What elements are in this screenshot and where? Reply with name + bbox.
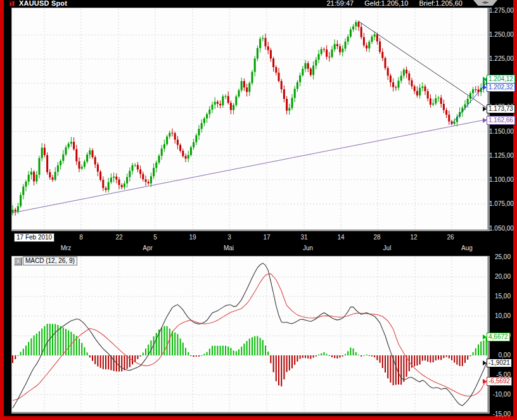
month-axis-tick: Jun bbox=[303, 245, 313, 251]
date-axis-tick: 28 bbox=[373, 234, 380, 241]
month-axis-tick: Jul bbox=[383, 245, 392, 251]
window-border-right bbox=[513, 0, 517, 420]
macd-value-marker: 4,6672 bbox=[487, 333, 510, 341]
macd-axis-tick: 25,00 bbox=[489, 253, 511, 261]
first-date-label: 17 Feb 2010 bbox=[14, 233, 54, 242]
chart-window: XAUUSD Spot 21:59:47 Geld:1.205,10 Brief… bbox=[0, 0, 517, 420]
month-axis-tick: Mai bbox=[224, 245, 234, 251]
macd-chart[interactable] bbox=[11, 256, 488, 412]
grid-layer bbox=[12, 257, 487, 411]
macd-axis-tick: -10,00 bbox=[489, 391, 511, 398]
month-axis-tick: Mrz bbox=[61, 245, 72, 251]
window-border-bottom bbox=[0, 416, 517, 420]
quote-strip: 21:59:47 Geld:1.205,10 Brief:1.205,60 bbox=[317, 0, 463, 7]
date-axis-tick: 26 bbox=[447, 234, 454, 241]
clock-time: 21:59:47 bbox=[326, 0, 354, 7]
candles bbox=[12, 20, 488, 216]
trendlines bbox=[11, 21, 488, 213]
panel-edge bbox=[11, 230, 490, 231]
macd-value-marker: -6,5692 bbox=[487, 377, 512, 386]
price-axis-tick: 1.075,00 bbox=[489, 200, 511, 208]
title-bar: XAUUSD Spot 21:59:47 Geld:1.205,10 Brief… bbox=[4, 0, 513, 8]
price-axis-tick: 1.150,00 bbox=[489, 128, 511, 136]
price-axis-tick: 1.250,00 bbox=[489, 31, 511, 39]
date-axis-tick: 5 bbox=[153, 234, 157, 241]
price-axis-tick: 1.050,00 bbox=[489, 225, 511, 232]
price-marker: 1.204,12 bbox=[487, 75, 515, 84]
panel-collapse-handle[interactable] bbox=[473, 0, 497, 6]
ask-price: Brief:1.205,60 bbox=[419, 0, 463, 7]
panel-edge bbox=[11, 412, 490, 414]
price-axis-tick: 1.275,00 bbox=[489, 7, 511, 15]
chart-icon bbox=[9, 1, 15, 6]
close-icon[interactable]: x bbox=[14, 257, 22, 265]
price-marker: 1.202,32 bbox=[487, 83, 515, 92]
month-axis-tick: Aug bbox=[461, 245, 473, 251]
date-axis-tick: 31 bbox=[300, 234, 307, 241]
price-axis-tick: 1.125,00 bbox=[489, 152, 511, 160]
symbol-title: XAUUSD Spot bbox=[19, 0, 67, 7]
price-marker: 1.173,73 bbox=[487, 105, 515, 113]
date-axis-tick: 12 bbox=[410, 234, 417, 241]
month-axis-tick: Apr bbox=[143, 245, 153, 251]
collapse-arrow-icon bbox=[482, 1, 489, 4]
price-chart-panel[interactable] bbox=[11, 8, 488, 230]
date-axis-tick: 22 bbox=[115, 234, 122, 241]
macd-value-marker: -1,9021 bbox=[487, 359, 512, 367]
date-axis-tick: 19 bbox=[189, 234, 196, 241]
price-axis-tick: 1.100,00 bbox=[489, 176, 511, 184]
date-axis-tick: 3 bbox=[227, 234, 231, 241]
long-term-support bbox=[11, 119, 488, 213]
price-marker: 1.162,66 bbox=[487, 116, 515, 125]
price-axis-tick: 1.225,00 bbox=[489, 55, 511, 63]
macd-settings-label: MACD (12, 26, 9) bbox=[23, 257, 77, 265]
macd-axis-tick: 10,00 bbox=[489, 312, 511, 320]
date-axis-tick: 8 bbox=[79, 234, 83, 241]
macd-axis-tick: 15,00 bbox=[489, 293, 511, 300]
macd-indicator-panel[interactable] bbox=[11, 256, 488, 412]
window-border-left bbox=[0, 0, 4, 420]
bid-price: Geld:1.205,10 bbox=[364, 0, 408, 7]
date-axis-tick: 17 bbox=[263, 234, 270, 241]
date-axis-tick: 14 bbox=[337, 234, 344, 241]
grid-layer bbox=[12, 9, 487, 229]
macd-axis-tick: -15,00 bbox=[489, 410, 511, 418]
candlestick-chart[interactable] bbox=[11, 8, 488, 230]
macd-axis-tick: 20,00 bbox=[489, 273, 511, 281]
